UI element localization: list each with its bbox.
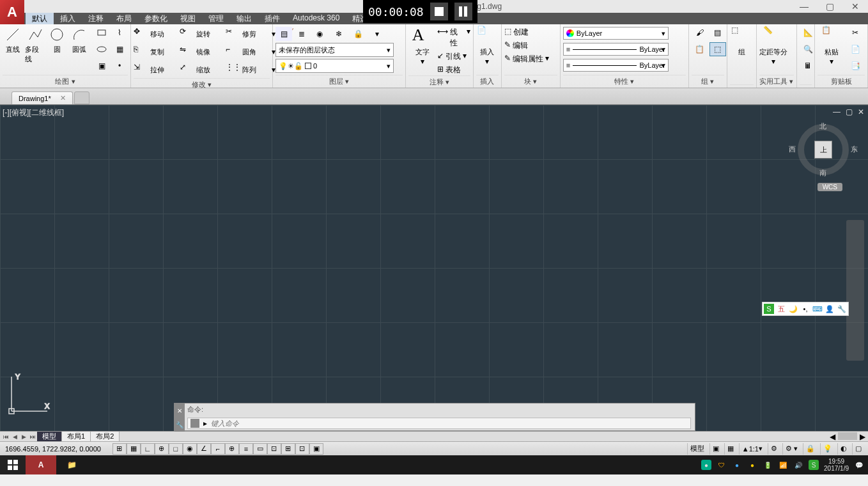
- menu-annotate[interactable]: 注释: [82, 13, 110, 24]
- leader-tool[interactable]: ↙引线▾: [437, 51, 470, 62]
- block-panel-title[interactable]: 块 ▾: [504, 75, 557, 88]
- ellipse-tool[interactable]: [93, 42, 110, 56]
- mirror-tool[interactable]: 镜像: [196, 47, 224, 57]
- dyn-toggle[interactable]: ⊕: [225, 443, 239, 455]
- copy-clip-tool[interactable]: 📄: [847, 42, 864, 56]
- menu-a360[interactable]: Autodesk 360: [286, 13, 346, 24]
- close-button[interactable]: ✕: [842, 0, 868, 13]
- tray-toggle[interactable]: ▣: [309, 443, 323, 455]
- tray-icon-4[interactable]: ●: [747, 460, 757, 470]
- minimize-button[interactable]: —: [791, 0, 817, 13]
- menu-manage[interactable]: 管理: [202, 13, 230, 24]
- lock-ui-button[interactable]: 🔒: [803, 443, 818, 455]
- rotate-icon[interactable]: ⟳: [180, 27, 194, 41]
- copy-tool[interactable]: 复制: [150, 47, 178, 57]
- util-panel-title[interactable]: 实用工具 ▾: [759, 75, 794, 88]
- canvas-close-icon[interactable]: ✕: [858, 107, 864, 116]
- ortho-toggle[interactable]: ∟: [141, 443, 155, 455]
- canvas-min-icon[interactable]: —: [833, 107, 841, 116]
- polar-toggle[interactable]: ⊕: [155, 443, 169, 455]
- cmd-close-button[interactable]: ✕: [174, 404, 185, 418]
- props-button[interactable]: ▤: [709, 26, 726, 40]
- rotate-tool[interactable]: 旋转: [196, 29, 224, 39]
- close-tab-icon[interactable]: ✕: [60, 94, 66, 102]
- match-props-button[interactable]: 🖌: [692, 26, 708, 40]
- insert-tool[interactable]: 📄插入▾: [476, 26, 499, 66]
- copybase-tool[interactable]: 📑: [847, 59, 864, 73]
- recording-pause-button[interactable]: [454, 3, 472, 20]
- ime-dot-icon[interactable]: •,: [800, 304, 810, 314]
- tray-wifi-icon[interactable]: 📶: [778, 460, 788, 470]
- menu-parametric[interactable]: 参数化: [138, 13, 174, 24]
- ime-toolbar[interactable]: S 五 🌙 •, ⌨ 👤 🔧: [762, 302, 849, 316]
- scale-icon[interactable]: ⤢: [180, 63, 194, 77]
- tray-volume-icon[interactable]: 🔊: [793, 460, 803, 470]
- trim-icon[interactable]: ✂: [226, 27, 240, 41]
- spline-tool[interactable]: ⌇: [111, 26, 128, 40]
- taskbar-clock[interactable]: 19:592017/1/9: [824, 458, 849, 472]
- wcs-badge[interactable]: WCS: [818, 183, 842, 191]
- qselect-tool[interactable]: 🔍: [800, 42, 816, 56]
- anno-vis-button[interactable]: ⚙: [768, 443, 780, 455]
- anno-scale-button[interactable]: ▲ 1:1 ▾: [739, 443, 765, 455]
- cmd-tool-button[interactable]: 🔧: [174, 418, 185, 432]
- arc-tool[interactable]: 圆弧: [69, 26, 90, 54]
- hscroll-thumb[interactable]: [838, 432, 857, 440]
- fillet-icon[interactable]: ⌐: [226, 45, 240, 59]
- copy-icon[interactable]: ⎘: [134, 45, 148, 59]
- menu-layout[interactable]: 布局: [110, 13, 138, 24]
- layout-tab-1[interactable]: 布局1: [62, 432, 91, 441]
- block-create-tool[interactable]: ⬚创建: [504, 27, 529, 38]
- layer-lock-button[interactable]: 🔒: [350, 27, 366, 41]
- tpy-toggle[interactable]: ▭: [253, 443, 267, 455]
- region-tool[interactable]: ▣: [93, 59, 110, 73]
- ducs-toggle[interactable]: ⌐: [211, 443, 225, 455]
- quickview-button[interactable]: ▦: [724, 443, 736, 455]
- array-icon[interactable]: ⋮⋮: [226, 63, 240, 77]
- hscroll-right[interactable]: ▶: [860, 432, 865, 441]
- point-tool[interactable]: •: [111, 59, 128, 73]
- viewport-label[interactable]: [-][俯视][二维线框]: [3, 107, 64, 118]
- tray-icon-1[interactable]: ●: [701, 460, 711, 470]
- select-similar-button[interactable]: ⬚: [709, 42, 726, 56]
- trim-tool[interactable]: 修剪: [242, 29, 270, 39]
- isolate-button[interactable]: ◐: [837, 443, 849, 455]
- line-tool[interactable]: 直线: [3, 26, 24, 54]
- tray-shield-icon[interactable]: 🛡: [717, 460, 727, 470]
- tray-battery-icon[interactable]: 🔋: [763, 460, 773, 470]
- menu-plugins[interactable]: 插件: [258, 13, 286, 24]
- command-window[interactable]: ✕ 🔧 命令: ▸: [174, 403, 695, 431]
- 3dosnap-toggle[interactable]: ◉: [183, 443, 197, 455]
- stretch-tool[interactable]: 拉伸: [150, 65, 178, 75]
- lwt-toggle[interactable]: ≡: [239, 443, 253, 455]
- command-input[interactable]: [211, 419, 688, 427]
- qp-toggle[interactable]: ⊡: [267, 443, 281, 455]
- move-tool[interactable]: 移动: [150, 29, 178, 39]
- navigation-bar[interactable]: [846, 220, 864, 361]
- cut-tool[interactable]: ✂: [847, 26, 864, 40]
- mirror-icon[interactable]: ⇋: [180, 45, 194, 59]
- circle-tool[interactable]: 圆: [47, 26, 68, 54]
- layer-panel-title[interactable]: 图层 ▾: [275, 75, 403, 88]
- lineweight-dropdown[interactable]: ≡ByLayer: [563, 43, 669, 56]
- drawing-tab[interactable]: Drawing1*✕: [12, 91, 73, 104]
- block-attedit-tool[interactable]: ✎编辑属性▾: [504, 54, 549, 65]
- hatch-tool[interactable]: ▦: [111, 42, 128, 56]
- move-icon[interactable]: ✥: [134, 27, 148, 41]
- color-dropdown[interactable]: ByLayer: [563, 27, 669, 40]
- list-button[interactable]: 📋: [692, 42, 708, 56]
- block-edit-tool[interactable]: ✎编辑: [504, 40, 528, 51]
- tray-icon-3[interactable]: ●: [732, 460, 742, 470]
- layer-current-dropdown[interactable]: 💡☀🔓 0: [275, 59, 394, 73]
- tray-ime-icon[interactable]: S: [809, 460, 819, 470]
- linetype-dropdown[interactable]: ≡ByLayer: [563, 59, 669, 72]
- ime-wrench-icon[interactable]: 🔧: [837, 304, 847, 314]
- snap-toggle[interactable]: ⊞: [112, 443, 127, 455]
- workspace-button[interactable]: ⚙ ▾: [782, 443, 800, 455]
- drawing-canvas[interactable]: [-][俯视][二维线框] — ▢ ✕ 上 北 南 西 东 WCS YX S 五…: [0, 105, 868, 431]
- modify-panel-title[interactable]: 修改 ▾: [134, 78, 270, 91]
- rect-tool[interactable]: [93, 26, 110, 40]
- new-drawing-tab[interactable]: [74, 91, 89, 104]
- group-panel-title[interactable]: 组 ▾: [692, 75, 724, 88]
- hardware-accel-button[interactable]: 💡: [820, 443, 835, 455]
